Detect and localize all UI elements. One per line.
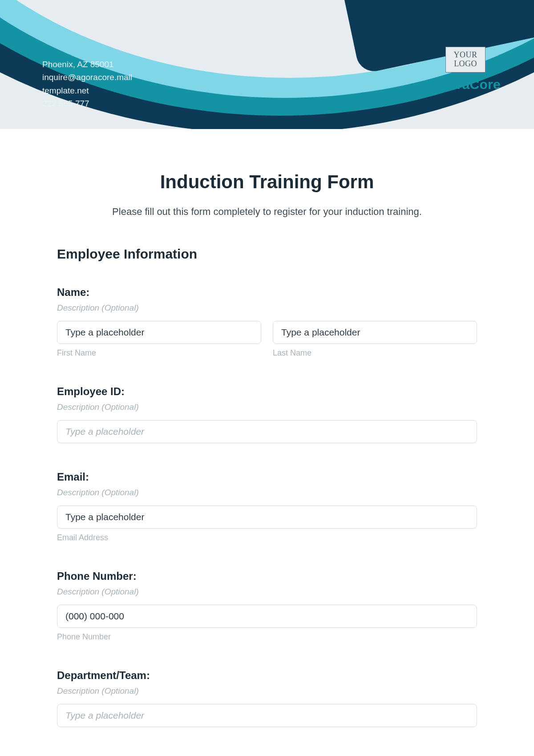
first-name-input[interactable] (57, 321, 261, 344)
field-group-name: Name: Description (Optional) First Name … (57, 286, 477, 358)
desc-phone: Description (Optional) (57, 587, 477, 597)
label-employee-id: Employee ID: (57, 385, 477, 398)
page-title: Induction Training Form (57, 171, 477, 193)
contact-website: template.net (42, 84, 132, 97)
desc-name: Description (Optional) (57, 303, 477, 313)
page-subtitle: Please fill out this form completely to … (57, 206, 477, 218)
field-group-email: Email: Description (Optional) Email Addr… (57, 471, 477, 542)
last-name-input[interactable] (273, 321, 477, 344)
email-input[interactable] (57, 505, 477, 529)
phone-input[interactable] (57, 605, 477, 628)
header-banner: Phoenix, AZ 85001 inquire@agoracore.mail… (0, 0, 534, 129)
contact-email: inquire@agoracore.mail (42, 71, 132, 84)
desc-email: Description (Optional) (57, 488, 477, 497)
logo-line-2: LOGO (449, 60, 482, 69)
desc-employee-id: Description (Optional) (57, 402, 477, 412)
form-body: Induction Training Form Please fill out … (0, 129, 534, 727)
field-group-employee-id: Employee ID: Description (Optional) (57, 385, 477, 443)
field-group-department: Department/Team: Description (Optional) (57, 669, 477, 727)
contact-address: Phoenix, AZ 85001 (42, 58, 132, 71)
logo-placeholder: YOUR LOGO (445, 47, 485, 73)
label-department: Department/Team: (57, 669, 477, 682)
desc-department: Description (Optional) (57, 686, 477, 696)
label-email: Email: (57, 471, 477, 483)
field-group-phone: Phone Number: Description (Optional) Pho… (57, 570, 477, 642)
logo-line-1: YOUR (449, 51, 482, 60)
sublabel-email: Email Address (57, 533, 477, 542)
section-heading-employee-info: Employee Information (57, 247, 477, 262)
sublabel-first-name: First Name (57, 348, 261, 358)
label-phone: Phone Number: (57, 570, 477, 582)
employee-id-input[interactable] (57, 420, 477, 443)
sublabel-phone: Phone Number (57, 632, 477, 642)
label-name: Name: (57, 286, 477, 299)
contact-phone: 222 555 777 (42, 97, 132, 110)
contact-block: Phoenix, AZ 85001 inquire@agoracore.mail… (42, 58, 132, 110)
logo-block: YOUR LOGO AgoraCore (430, 47, 501, 92)
department-input[interactable] (57, 704, 477, 727)
brand-name: AgoraCore (430, 77, 501, 92)
sublabel-last-name: Last Name (273, 348, 477, 358)
